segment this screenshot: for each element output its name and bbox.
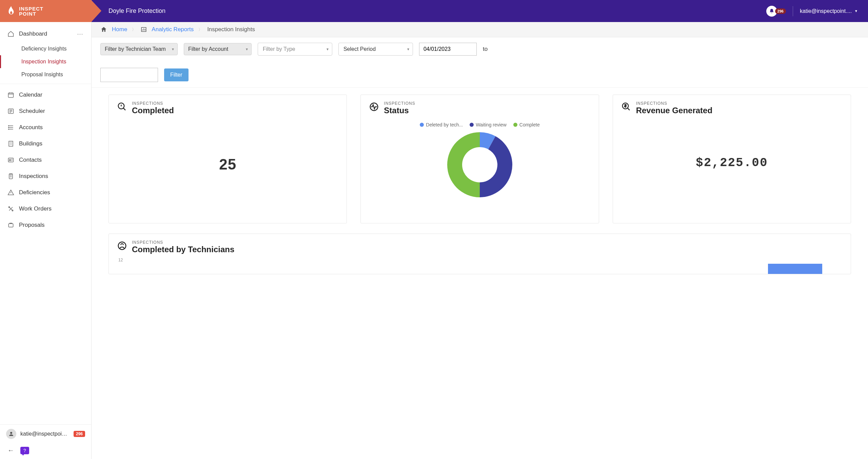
nav-deficiencies[interactable]: Deficiencies (0, 184, 91, 201)
accounts-icon (7, 124, 14, 131)
filter-button[interactable]: Filter (164, 68, 189, 81)
home-icon (7, 31, 14, 37)
brand-logo[interactable]: INSPECT POINT (0, 0, 91, 22)
nav-buildings[interactable]: Buildings (0, 136, 91, 152)
calendar-icon (7, 92, 14, 98)
date-to-input[interactable] (100, 68, 158, 82)
card-title: Completed (132, 106, 174, 115)
caret-down-icon: ▼ (854, 9, 858, 13)
filter-bar: Filter by Technician Team Filter by Acco… (92, 37, 868, 88)
dashboard-submenu: Deficiency Insights Inspection Insights … (0, 42, 91, 84)
contacts-icon (7, 157, 14, 163)
chevron-right-icon: 〉 (132, 27, 136, 33)
breadcrumb: Home 〉 Analytic Reports 〉 Inspection Ins… (92, 22, 868, 37)
card-title: Completed by Technicians (132, 245, 234, 254)
company-name: Doyle Fire Protection (108, 7, 165, 15)
legend-item[interactable]: Deleted by tech... (420, 122, 463, 127)
svg-point-3 (8, 127, 9, 128)
svg-point-12 (10, 432, 12, 434)
chevron-right-icon: 〉 (198, 27, 202, 33)
svg-rect-5 (9, 141, 13, 146)
filter-type-select[interactable]: Filter by Type (258, 43, 332, 56)
filter-account-select[interactable]: Filter by Account (184, 43, 252, 55)
crumb-reports[interactable]: Analytic Reports (152, 26, 194, 33)
sidebar-user-email: katie@inspectpoint.... (20, 431, 70, 437)
sidebar-user[interactable]: katie@inspectpoint.... 296 (0, 425, 91, 443)
card-subtitle: INSPECTIONS (132, 101, 174, 106)
completed-value: 25 (117, 156, 338, 173)
user-email: katie@inspectpoint.... (800, 8, 852, 14)
nav-work-orders[interactable]: Work Orders (0, 201, 91, 217)
nav-label: Buildings (19, 140, 42, 147)
card-subtitle: INSPECTIONS (384, 101, 415, 106)
deficiencies-icon (7, 189, 14, 196)
card-title: Status (384, 106, 415, 115)
legend-item[interactable]: Complete (513, 122, 540, 127)
svg-rect-0 (8, 93, 14, 97)
nav-proposals[interactable]: Proposals (0, 217, 91, 233)
svg-point-17 (118, 242, 126, 250)
subnav-inspection-insights[interactable]: Inspection Insights (0, 55, 91, 68)
svg-point-4 (8, 129, 9, 129)
chart-legend: Deleted by tech... Waiting review Comple… (369, 122, 590, 127)
nav-scheduler[interactable]: Scheduler (0, 103, 91, 119)
to-label: to (483, 46, 488, 53)
help-icon[interactable]: ? (20, 447, 29, 454)
inspections-icon (7, 173, 14, 180)
crumb-current: Inspection Insights (207, 26, 255, 33)
scheduler-icon (7, 108, 14, 115)
subnav-deficiency-insights[interactable]: Deficiency Insights (0, 42, 91, 55)
sidebar-footer: katie@inspectpoint.... 296 ← ? (0, 424, 91, 459)
nav-contacts[interactable]: Contacts (0, 152, 91, 168)
donut-chart (369, 131, 590, 199)
filter-team-select[interactable]: Filter by Technician Team (100, 43, 178, 55)
bar-chart-partial (117, 264, 843, 274)
crumb-home[interactable]: Home (112, 26, 127, 33)
date-from-input[interactable] (419, 43, 477, 56)
card-subtitle: INSPECTIONS (132, 240, 234, 245)
main: Doyle Fire Protection 296 katie@inspectp… (92, 0, 868, 459)
nav-label: Work Orders (19, 205, 52, 212)
svg-rect-11 (8, 224, 13, 227)
filter-period-select[interactable]: Select Period (338, 43, 413, 56)
revenue-value: $2,225.00 (621, 156, 843, 170)
activity-icon (369, 102, 379, 112)
work-orders-icon (7, 205, 14, 212)
more-icon[interactable]: ⋯ (77, 30, 84, 38)
magnify-dollar-icon (621, 102, 631, 112)
card-subtitle: INSPECTIONS (636, 101, 712, 106)
notifications-button[interactable]: 296 (766, 6, 786, 17)
topbar: Doyle Fire Protection 296 katie@inspectp… (92, 0, 868, 22)
nav-label: Deficiencies (19, 189, 50, 196)
proposals-icon (7, 222, 14, 228)
content-area: INSPECTIONS Completed 25 INSPECTIONS Sta (92, 88, 868, 459)
nav-accounts[interactable]: Accounts (0, 119, 91, 136)
avatar-icon (6, 429, 16, 439)
chart-icon (141, 26, 147, 33)
nav-calendar[interactable]: Calendar (0, 87, 91, 103)
user-menu[interactable]: katie@inspectpoint.... ▼ (800, 8, 858, 14)
sidebar: INSPECT POINT Dashboard ⋯ Deficiency Ins… (0, 0, 92, 459)
legend-item[interactable]: Waiting review (470, 122, 507, 127)
bar (768, 264, 822, 274)
card-status: INSPECTIONS Status Deleted by tech... Wa… (360, 95, 599, 223)
card-revenue: INSPECTIONS Revenue Generated $2,225.00 (613, 95, 851, 223)
nav-label: Calendar (19, 92, 42, 98)
buildings-icon (7, 140, 14, 147)
nav-inspections[interactable]: Inspections (0, 168, 91, 184)
notif-count: 296 (775, 8, 786, 14)
card-completed-by-tech: INSPECTIONS Completed by Technicians 12 (108, 234, 851, 274)
nav-dashboard[interactable]: Dashboard ⋯ (0, 25, 91, 42)
card-title: Revenue Generated (636, 106, 712, 115)
magnify-alert-icon (117, 102, 127, 112)
nav-label: Scheduler (19, 108, 45, 115)
person-icon (117, 241, 127, 251)
subnav-proposal-insights[interactable]: Proposal Insights (0, 68, 91, 81)
card-completed: INSPECTIONS Completed 25 (108, 95, 347, 223)
home-icon[interactable] (100, 26, 107, 33)
nav-label: Contacts (19, 157, 42, 163)
collapse-icon[interactable]: ← (7, 446, 14, 454)
nav-label: Inspections (19, 173, 48, 180)
nav-dashboard-label: Dashboard (19, 31, 47, 37)
nav-label: Accounts (19, 124, 43, 131)
